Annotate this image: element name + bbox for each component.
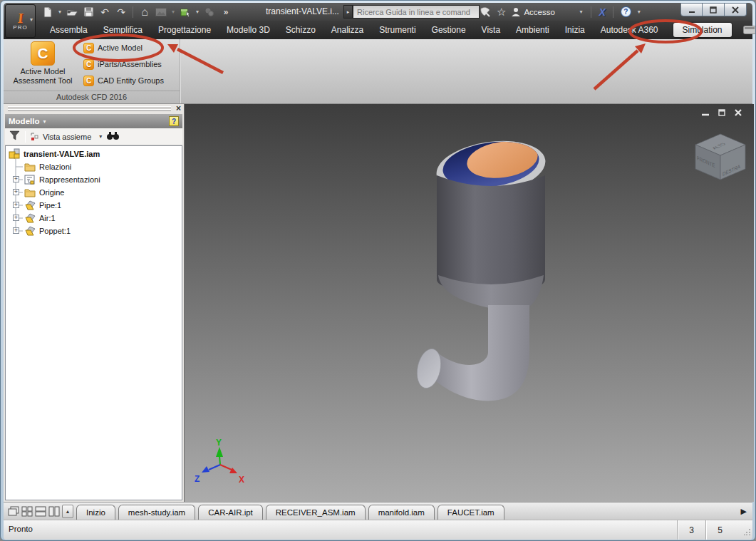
tree-item-pipe[interactable]: Pipe:1 [6, 199, 182, 212]
save-icon [83, 6, 94, 17]
viewport-close-button[interactable] [734, 108, 742, 117]
application-menu-button[interactable]: I PRO ▾ [5, 4, 36, 38]
viewport-restore-button[interactable] [718, 108, 726, 117]
tree-item-air[interactable]: Air:1 [6, 212, 182, 225]
community-dish-icon[interactable] [480, 6, 492, 17]
tab-semplifica[interactable]: Semplifica [95, 22, 150, 38]
exchange-apps-button[interactable]: X [599, 6, 605, 18]
save-button[interactable] [81, 5, 95, 19]
tab-schizzo[interactable]: Schizzo [278, 22, 323, 38]
tab-analizza[interactable]: Analizza [323, 22, 371, 38]
restore-button[interactable] [703, 3, 725, 16]
expander-rappresentazioni[interactable]: + [13, 176, 19, 182]
tab-ambienti[interactable]: Ambienti [508, 22, 557, 38]
panel-grip[interactable]: × [4, 104, 184, 114]
status-bar: Pronto 3 5 [4, 520, 752, 540]
status-message: Pronto [9, 525, 33, 533]
viewport-canvas[interactable]: ALTO FRONTE DESTRA Y Z X [185, 104, 754, 502]
help-button[interactable]: ? [621, 6, 631, 17]
favorites-star-icon[interactable]: ☆ [497, 6, 506, 19]
doc-tab-mesh-study[interactable]: mesh-study.iam [118, 505, 195, 520]
doc-tab-faucet[interactable]: FAUCET.iam [437, 505, 504, 520]
tree-item-rappresentazioni[interactable]: Rappresentazioni [6, 173, 182, 186]
active-model-assessment-tool-button[interactable]: C Active Model Assessment Tool [6, 41, 79, 89]
tile-horizontal-icon [35, 506, 46, 517]
filter-funnel-icon [9, 130, 21, 140]
browser-header[interactable]: Modello ▾ ? [5, 114, 182, 128]
tab-progettazione[interactable]: Progettazione [150, 22, 219, 38]
panel-close-button[interactable]: × [176, 104, 181, 113]
tile-grid-button[interactable] [20, 505, 33, 518]
cad-entity-groups-button[interactable]: C CAD Entity Groups [83, 74, 164, 87]
find-button[interactable] [106, 130, 120, 143]
redo-button[interactable]: ↷ [114, 5, 128, 19]
tab-modello-3d[interactable]: Modello 3D [219, 22, 278, 38]
viewport-minimize-button[interactable] [701, 108, 710, 117]
doc-tab-manifold[interactable]: manifold.iam [368, 505, 435, 520]
search-go-button[interactable]: ▸ [343, 5, 353, 19]
folder-icon [24, 161, 36, 172]
tile-vertical-button[interactable] [47, 505, 61, 518]
expand-tabs-button[interactable]: ▲ [62, 505, 73, 518]
cfd-icon-large: C [31, 41, 55, 66]
quick-access-toolbar: ▾ ↶ ↷ ⌂ ▾ ▾ » [41, 4, 233, 19]
render-button[interactable] [154, 5, 168, 19]
document-title: transient-VALVE.i... [266, 6, 343, 16]
new-file-button[interactable] [41, 5, 55, 19]
scroll-tabs-right-button[interactable]: ▶ [741, 507, 747, 516]
active-model-button[interactable]: C Active Model [83, 41, 164, 54]
help-dropdown[interactable]: ▾ [636, 9, 642, 15]
expander-air[interactable]: + [13, 215, 19, 221]
parameters-button[interactable] [202, 5, 217, 19]
tree-item-label: Origine [39, 188, 64, 197]
open-button[interactable] [65, 5, 79, 19]
doc-tab-receiver-asm[interactable]: RECEIVER_ASM.iam [266, 505, 366, 520]
material-dropdown[interactable]: ▾ [195, 9, 200, 15]
iparts-iassemblies-button[interactable]: C iParts/iAssemblies [83, 58, 164, 71]
resize-grip[interactable] [744, 525, 751, 538]
tile-horizontal-button[interactable] [33, 505, 47, 518]
tree-item-relazioni[interactable]: Relazioni [6, 160, 182, 173]
close-button[interactable] [725, 3, 747, 16]
filter-button[interactable] [9, 130, 21, 143]
new-file-dropdown[interactable]: ▾ [57, 9, 63, 15]
render-dropdown[interactable]: ▾ [170, 9, 176, 15]
tree-item-label: Rappresentazioni [39, 175, 100, 184]
doc-tab-inizio[interactable]: Inizio [76, 505, 115, 520]
new-file-icon [43, 6, 53, 18]
browser-help-icon[interactable]: ? [169, 116, 179, 126]
minimize-button[interactable] [680, 3, 703, 16]
tab-vista[interactable]: Vista [474, 22, 508, 38]
account-dropdown[interactable]: ▾ [578, 9, 584, 15]
home-view-button[interactable]: ⌂ [138, 5, 152, 19]
ribbon-collapse-button[interactable]: ▾ [743, 26, 756, 34]
view-representation-selector[interactable]: Vista assieme ▾ [30, 132, 102, 141]
expander-poppet[interactable]: + [13, 227, 19, 234]
tab-simulation[interactable]: Simulation [673, 23, 732, 37]
tab-autodesk-a360[interactable]: Autodesk A360 [593, 22, 666, 38]
tab-assembla[interactable]: Assembla [42, 22, 95, 38]
tree-item-poppet[interactable]: Poppet:1 [6, 225, 182, 237]
tab-inizia[interactable]: Inizia [557, 22, 593, 38]
tree-item-root[interactable]: transient-VALVE.iam [6, 148, 182, 160]
tree-item-origine[interactable]: Origine [6, 186, 182, 199]
ribbon: C Active Model Assessment Tool C Active … [4, 39, 752, 104]
tile-grid-icon [21, 506, 33, 517]
expander-pipe[interactable]: + [13, 202, 19, 208]
cascade-windows-button[interactable] [6, 505, 20, 518]
account-button[interactable]: Accesso ▾ [511, 7, 584, 17]
doc-tab-car-air[interactable]: CAR-AIR.ipt [198, 505, 263, 520]
undo-button[interactable]: ↶ [98, 5, 112, 19]
viewport-minimize-icon [701, 108, 710, 117]
window-controls [680, 3, 747, 16]
material-button[interactable] [178, 5, 192, 19]
search-input[interactable] [353, 5, 480, 19]
tab-gestione[interactable]: Gestione [424, 22, 474, 38]
binoculars-icon [106, 131, 120, 140]
panel-group-label[interactable]: Autodesk CFD 2016 [4, 91, 180, 102]
qat-overflow-button[interactable]: » [219, 5, 233, 19]
expander-origine[interactable]: + [13, 189, 19, 195]
axis-z-label: Z [195, 474, 200, 484]
cascade-icon [8, 506, 19, 517]
tab-strumenti[interactable]: Strumenti [371, 22, 423, 38]
